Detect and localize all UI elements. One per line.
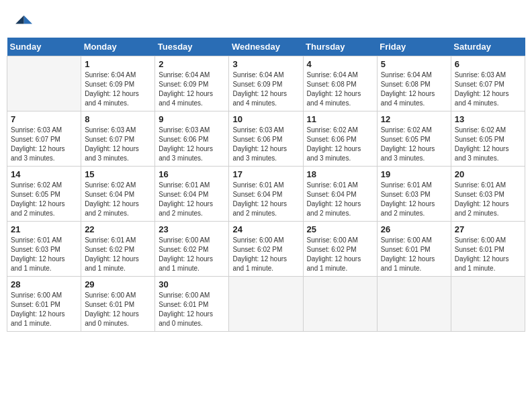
day-number: 22 [85,224,151,234]
day-number: 7 [11,114,77,124]
day-info: Sunrise: 6:00 AM Sunset: 6:01 PM Dayligh… [455,236,521,273]
day-number: 19 [381,169,447,179]
day-number: 6 [455,59,521,69]
day-number: 28 [11,279,77,289]
calendar-cell: 13Sunrise: 6:02 AM Sunset: 6:05 PM Dayli… [451,111,525,167]
day-info: Sunrise: 6:01 AM Sunset: 6:02 PM Dayligh… [85,236,151,273]
day-info: Sunrise: 6:01 AM Sunset: 6:04 PM Dayligh… [232,181,299,218]
calendar-cell: 11Sunrise: 6:02 AM Sunset: 6:06 PM Dayli… [303,111,377,167]
calendar-cell: 20Sunrise: 6:01 AM Sunset: 6:03 PM Dayli… [451,167,525,222]
day-number: 1 [85,59,151,69]
day-number: 4 [307,59,373,69]
calendar-cell: 12Sunrise: 6:02 AM Sunset: 6:05 PM Dayli… [377,111,451,167]
day-number: 23 [159,224,225,234]
day-info: Sunrise: 6:02 AM Sunset: 6:05 PM Dayligh… [381,126,447,163]
day-info: Sunrise: 6:04 AM Sunset: 6:08 PM Dayligh… [381,71,447,108]
day-info: Sunrise: 6:03 AM Sunset: 6:07 PM Dayligh… [11,126,77,163]
day-number: 8 [85,114,151,124]
calendar-week-row: 1Sunrise: 6:04 AM Sunset: 6:09 PM Daylig… [7,56,525,111]
day-number: 9 [159,114,225,124]
calendar-cell [303,277,377,332]
calendar-cell: 2Sunrise: 6:04 AM Sunset: 6:09 PM Daylig… [155,56,229,111]
day-number: 5 [381,59,447,69]
day-info: Sunrise: 6:03 AM Sunset: 6:07 PM Dayligh… [85,126,151,163]
calendar-cell: 22Sunrise: 6:01 AM Sunset: 6:02 PM Dayli… [81,222,155,277]
day-info: Sunrise: 6:00 AM Sunset: 6:01 PM Dayligh… [11,291,77,328]
day-info: Sunrise: 6:03 AM Sunset: 6:06 PM Dayligh… [159,126,225,163]
calendar-week-row: 14Sunrise: 6:02 AM Sunset: 6:05 PM Dayli… [7,167,525,222]
calendar-cell: 10Sunrise: 6:03 AM Sunset: 6:06 PM Dayli… [229,111,303,167]
svg-marker-1 [15,15,24,24]
day-number: 13 [455,114,521,124]
calendar-cell [229,277,303,332]
day-number: 11 [307,114,373,124]
day-number: 3 [232,59,299,69]
day-info: Sunrise: 6:01 AM Sunset: 6:03 PM Dayligh… [11,236,77,273]
day-number: 18 [307,169,373,179]
calendar-cell: 15Sunrise: 6:02 AM Sunset: 6:04 PM Dayli… [81,167,155,222]
logo-icon [13,13,32,32]
calendar-cell: 7Sunrise: 6:03 AM Sunset: 6:07 PM Daylig… [7,111,81,167]
day-info: Sunrise: 6:02 AM Sunset: 6:06 PM Dayligh… [307,126,373,163]
day-info: Sunrise: 6:04 AM Sunset: 6:09 PM Dayligh… [85,71,151,108]
day-info: Sunrise: 6:04 AM Sunset: 6:08 PM Dayligh… [307,71,373,108]
calendar-cell [7,56,81,111]
day-info: Sunrise: 6:04 AM Sunset: 6:09 PM Dayligh… [232,71,299,108]
day-info: Sunrise: 6:02 AM Sunset: 6:04 PM Dayligh… [85,181,151,218]
calendar-cell: 9Sunrise: 6:03 AM Sunset: 6:06 PM Daylig… [155,111,229,167]
day-number: 15 [85,169,151,179]
calendar-cell: 5Sunrise: 6:04 AM Sunset: 6:08 PM Daylig… [377,56,451,111]
day-info: Sunrise: 6:02 AM Sunset: 6:05 PM Dayligh… [455,126,521,163]
calendar-cell: 6Sunrise: 6:03 AM Sunset: 6:07 PM Daylig… [451,56,525,111]
calendar-cell: 17Sunrise: 6:01 AM Sunset: 6:04 PM Dayli… [229,167,303,222]
calendar-cell: 23Sunrise: 6:00 AM Sunset: 6:02 PM Dayli… [155,222,229,277]
day-info: Sunrise: 6:00 AM Sunset: 6:02 PM Dayligh… [159,236,225,273]
day-of-week-header: Friday [377,38,451,56]
day-number: 17 [232,169,299,179]
calendar-header-row: SundayMondayTuesdayWednesdayThursdayFrid… [7,38,525,56]
day-number: 24 [232,224,299,234]
calendar-cell: 25Sunrise: 6:00 AM Sunset: 6:02 PM Dayli… [303,222,377,277]
day-number: 20 [455,169,521,179]
day-info: Sunrise: 6:00 AM Sunset: 6:01 PM Dayligh… [85,291,151,328]
day-number: 27 [455,224,521,234]
day-of-week-header: Monday [81,38,155,56]
day-info: Sunrise: 6:04 AM Sunset: 6:09 PM Dayligh… [159,71,225,108]
calendar-week-row: 7Sunrise: 6:03 AM Sunset: 6:07 PM Daylig… [7,111,525,167]
calendar-table: SundayMondayTuesdayWednesdayThursdayFrid… [7,38,525,332]
day-number: 26 [381,224,447,234]
logo [13,13,34,32]
calendar-cell: 28Sunrise: 6:00 AM Sunset: 6:01 PM Dayli… [7,277,81,332]
day-info: Sunrise: 6:01 AM Sunset: 6:03 PM Dayligh… [455,181,521,218]
calendar-week-row: 28Sunrise: 6:00 AM Sunset: 6:01 PM Dayli… [7,277,525,332]
day-info: Sunrise: 6:00 AM Sunset: 6:02 PM Dayligh… [307,236,373,273]
day-number: 10 [232,114,299,124]
calendar-cell: 21Sunrise: 6:01 AM Sunset: 6:03 PM Dayli… [7,222,81,277]
calendar-cell [451,277,525,332]
day-info: Sunrise: 6:00 AM Sunset: 6:02 PM Dayligh… [232,236,299,273]
day-info: Sunrise: 6:01 AM Sunset: 6:04 PM Dayligh… [159,181,225,218]
calendar-cell: 19Sunrise: 6:01 AM Sunset: 6:03 PM Dayli… [377,167,451,222]
calendar-cell: 26Sunrise: 6:00 AM Sunset: 6:01 PM Dayli… [377,222,451,277]
day-number: 12 [381,114,447,124]
day-info: Sunrise: 6:03 AM Sunset: 6:07 PM Dayligh… [455,71,521,108]
calendar-cell: 8Sunrise: 6:03 AM Sunset: 6:07 PM Daylig… [81,111,155,167]
day-number: 16 [159,169,225,179]
calendar-cell: 27Sunrise: 6:00 AM Sunset: 6:01 PM Dayli… [451,222,525,277]
day-info: Sunrise: 6:01 AM Sunset: 6:04 PM Dayligh… [307,181,373,218]
calendar-cell: 30Sunrise: 6:00 AM Sunset: 6:01 PM Dayli… [155,277,229,332]
calendar-week-row: 21Sunrise: 6:01 AM Sunset: 6:03 PM Dayli… [7,222,525,277]
day-info: Sunrise: 6:03 AM Sunset: 6:06 PM Dayligh… [232,126,299,163]
day-info: Sunrise: 6:00 AM Sunset: 6:01 PM Dayligh… [159,291,225,328]
calendar-cell: 4Sunrise: 6:04 AM Sunset: 6:08 PM Daylig… [303,56,377,111]
day-info: Sunrise: 6:00 AM Sunset: 6:01 PM Dayligh… [381,236,447,273]
calendar-cell: 18Sunrise: 6:01 AM Sunset: 6:04 PM Dayli… [303,167,377,222]
page-header [7,7,525,38]
calendar-cell: 3Sunrise: 6:04 AM Sunset: 6:09 PM Daylig… [229,56,303,111]
day-of-week-header: Saturday [451,38,525,56]
calendar-cell [377,277,451,332]
day-number: 25 [307,224,373,234]
day-of-week-header: Sunday [7,38,81,56]
day-number: 2 [159,59,225,69]
day-number: 14 [11,169,77,179]
